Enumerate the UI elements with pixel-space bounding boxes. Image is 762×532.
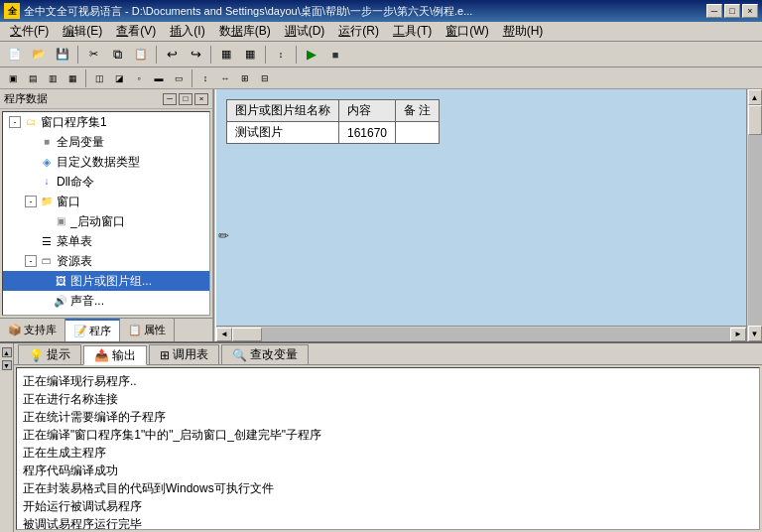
tree-container[interactable]: - 🗂 窗口程序集1 ■ 全局变量 ◈ 目定义数据类型 — [2, 111, 210, 316]
tree-item-dll[interactable]: ↓ Dll命令 — [3, 172, 209, 192]
menu-debug[interactable]: 调试(D) — [279, 21, 331, 42]
tb2-10[interactable]: ↕ — [196, 68, 214, 88]
menu-run[interactable]: 运行(R) — [332, 21, 385, 42]
tb-run[interactable]: ▶ — [301, 45, 322, 65]
tb2-6[interactable]: ◪ — [110, 68, 128, 88]
tree-item-startwin[interactable]: ▣ _启动窗口 — [3, 211, 209, 231]
tree-item-menu[interactable]: ☰ 菜单表 — [3, 231, 209, 251]
tree-item-imagegroup[interactable]: 🖼 图片或图片组... — [3, 271, 209, 291]
sep6 — [85, 69, 86, 87]
table-row[interactable]: 测试图片 161670 — [227, 122, 440, 144]
menu-insert[interactable]: 插入(I) — [164, 21, 210, 42]
tb-redo[interactable]: ↪ — [185, 45, 206, 65]
tree-item-datatype[interactable]: ◈ 目定义数据类型 — [3, 152, 209, 172]
libraries-icon: 📦 — [8, 324, 22, 336]
hscroll-thumb[interactable] — [232, 328, 262, 341]
tree-toggle-progset1[interactable]: - — [9, 116, 21, 128]
tb-undo[interactable]: ↩ — [161, 45, 183, 65]
menu-help[interactable]: 帮助(H) — [497, 21, 550, 42]
tb-paste[interactable]: 📋 — [130, 45, 152, 65]
vscroll-track[interactable] — [748, 105, 762, 326]
strip-btn-2[interactable]: ▼ — [2, 360, 12, 370]
bottom-content-wrap: 💡 提示 📤 输出 ⊞ 调用表 🔍 查改变量 正在编译现行易程序.. — [14, 343, 762, 532]
tb-save[interactable]: 💾 — [52, 45, 73, 65]
tab-output[interactable]: 📤 输出 — [83, 345, 147, 365]
tab-calltable[interactable]: ⊞ 调用表 — [149, 344, 219, 364]
tb-new[interactable]: 📄 — [4, 45, 26, 65]
tab-hint[interactable]: 💡 提示 — [18, 344, 81, 364]
tree-item-progset1[interactable]: - 🗂 窗口程序集1 — [3, 112, 209, 132]
title-bar: 全 全中文全可视易语言 - D:\Documents and Settings\… — [0, 0, 762, 22]
tb-cut[interactable]: ✂ — [82, 45, 104, 65]
tb2-4[interactable]: ▦ — [64, 68, 81, 88]
tb-view3[interactable]: ↕ — [270, 45, 292, 65]
tab-watchvar[interactable]: 🔍 查改变量 — [221, 344, 309, 364]
tree-label-window: 窗口 — [57, 193, 80, 210]
menu-database[interactable]: 数据库(B) — [213, 21, 277, 42]
tb2-2[interactable]: ▤ — [24, 68, 42, 88]
app-icon: 全 — [4, 3, 20, 19]
toolbar-secondary: ▣ ▤ ▥ ▦ ◫ ◪ ▫ ▬ ▭ ↕ ↔ ⊞ ⊟ — [0, 67, 762, 89]
cell-name[interactable]: 测试图片 — [227, 122, 339, 144]
tb2-7[interactable]: ▫ — [130, 68, 148, 88]
tb2-8[interactable]: ▬ — [150, 68, 168, 88]
window-controls: ─ □ × — [706, 4, 758, 18]
vscroll-down-btn[interactable]: ▼ — [748, 326, 762, 341]
tb-open[interactable]: 📂 — [28, 45, 50, 65]
tree-item-window[interactable]: - 📁 窗口 — [3, 192, 209, 211]
close-button[interactable]: × — [742, 4, 758, 18]
tree-label-progset1: 窗口程序集1 — [41, 113, 107, 131]
app-window: 全 全中文全可视易语言 - D:\Documents and Settings\… — [0, 0, 762, 532]
tb2-11[interactable]: ↔ — [216, 68, 234, 88]
menu-view[interactable]: 查看(V) — [110, 21, 162, 42]
startwin-icon: ▣ — [53, 213, 68, 229]
panel-min-btn[interactable]: ─ — [163, 93, 177, 105]
log-output: 正在编译现行易程序.. 正在进行名称连接 正在统计需要编译的子程序 正在编译"窗… — [16, 367, 760, 530]
tree-toggle-window[interactable]: - — [25, 196, 37, 207]
tree-item-sound[interactable]: 🔊 声音... — [3, 291, 209, 311]
tb2-12[interactable]: ⊞ — [236, 68, 254, 88]
vscroll-thumb[interactable] — [748, 105, 762, 135]
tb2-3[interactable]: ▥ — [44, 68, 62, 88]
log-line-5: 正在生成主程序 — [23, 444, 753, 462]
menu-window[interactable]: 窗口(W) — [440, 21, 494, 42]
tb-copy[interactable]: ⧉ — [106, 45, 128, 65]
sep5 — [296, 46, 297, 64]
tree-item-globalvar[interactable]: ■ 全局变量 — [3, 132, 209, 152]
hscroll-track[interactable] — [232, 328, 730, 341]
tb-view1[interactable]: ▦ — [215, 45, 237, 65]
tab-properties[interactable]: 📋 属性 — [120, 319, 175, 341]
tab-program-label: 程序 — [89, 324, 111, 338]
menu-icon: ☰ — [39, 233, 55, 249]
tb2-13[interactable]: ⊟ — [256, 68, 274, 88]
tb2-9[interactable]: ▭ — [170, 68, 188, 88]
tree-toggle-resource[interactable]: - — [25, 255, 37, 267]
tree-label-sound: 声音... — [70, 292, 104, 310]
tree-label-datatype: 目定义数据类型 — [57, 153, 140, 171]
program-icon: 📝 — [73, 325, 87, 337]
tree-label-resource: 资源表 — [57, 252, 92, 270]
tab-properties-label: 属性 — [144, 323, 166, 337]
tb-stop[interactable]: ■ — [324, 45, 346, 65]
hscroll-right-btn[interactable]: ► — [730, 328, 746, 341]
tab-libraries[interactable]: 📦 支持库 — [0, 319, 65, 341]
tree-item-resource[interactable]: - 🗃 资源表 — [3, 251, 209, 271]
panel-max-btn[interactable]: □ — [179, 93, 192, 105]
vscroll-up-btn[interactable]: ▲ — [748, 89, 762, 105]
strip-btn-1[interactable]: ▲ — [2, 347, 12, 357]
hscroll-left-btn[interactable]: ◄ — [216, 328, 232, 341]
minimize-button[interactable]: ─ — [706, 4, 722, 18]
log-line-6: 程序代码编译成功 — [23, 462, 753, 479]
maximize-button[interactable]: □ — [724, 4, 740, 18]
tb2-5[interactable]: ◫ — [90, 68, 108, 88]
pencil-indicator: ✏ — [218, 228, 229, 243]
tb-view2[interactable]: ▦ — [239, 45, 261, 65]
menu-tools[interactable]: 工具(T) — [387, 21, 438, 42]
tab-program[interactable]: 📝 程序 — [65, 319, 120, 341]
panel-close-btn[interactable]: × — [194, 93, 208, 105]
tb2-1[interactable]: ▣ — [4, 68, 22, 88]
bottom-panel: ▲ ▼ 💡 提示 📤 输出 ⊞ 调用表 🔍 查 — [0, 341, 762, 532]
menu-file[interactable]: 文件(F) — [4, 21, 55, 42]
log-line-9: 被调试易程序运行完毕 — [23, 515, 753, 530]
menu-edit[interactable]: 编辑(E) — [57, 21, 108, 42]
